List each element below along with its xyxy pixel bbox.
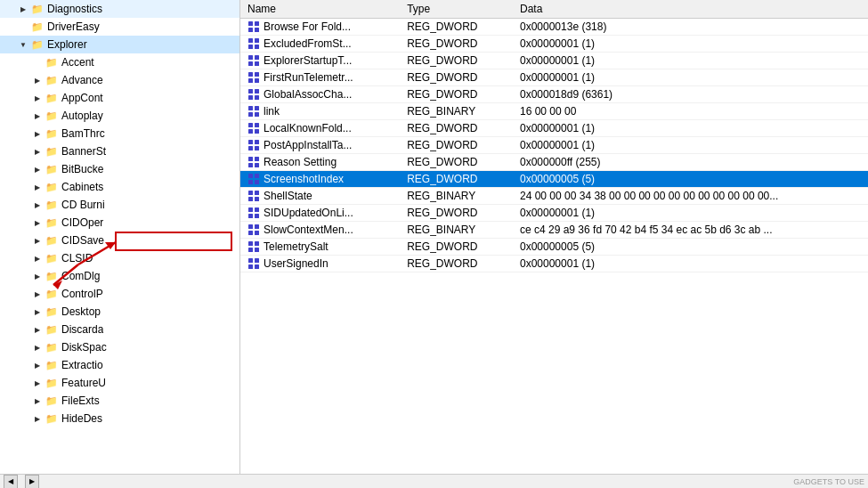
tree-item-accent[interactable]: Accent (0, 53, 239, 71)
registry-row-sidupdatedonli[interactable]: SIDUpdatedOnLi...REG_DWORD0x00000001 (1) (240, 205, 868, 222)
tree-item-discarda[interactable]: Discarda (0, 321, 239, 338)
tree-label-cabinets: Cabinets (61, 181, 103, 193)
tree-item-desktop[interactable]: Desktop (0, 303, 239, 321)
svg-rect-45 (255, 207, 259, 212)
tree-chevron-desktop[interactable] (30, 305, 45, 319)
registry-row-localknownfold[interactable]: LocalKnownFold...REG_DWORD0x00000001 (1) (240, 120, 868, 137)
svg-rect-43 (255, 197, 259, 201)
registry-row-reasonsetting[interactable]: Reason SettingREG_DWORD0x000000ff (255) (240, 154, 868, 171)
tree-label-autoplay: Autoplay (61, 110, 103, 122)
tree-item-cidsave[interactable]: CIDSave (0, 232, 239, 249)
tree-chevron-hidedes[interactable] (30, 411, 45, 426)
registry-row-explorerstartupt[interactable]: ExplorerStartupT...REG_DWORD0x00000001 (… (240, 53, 868, 69)
svg-rect-4 (248, 38, 253, 43)
reg-dword-icon (247, 20, 260, 33)
tree-label-accent: Accent (61, 56, 94, 69)
tree-chevron-cabinets[interactable] (30, 180, 45, 194)
tree-item-bitbucke[interactable]: BitBucke (0, 160, 239, 178)
tree-label-comdlg: ComDlg (61, 270, 100, 282)
tree-item-extractio[interactable]: Extractio (0, 356, 239, 374)
tree-chevron-bamthrc[interactable] (30, 126, 45, 141)
tree-item-comdlg[interactable]: ComDlg (0, 267, 239, 285)
tree-chevron-featureu[interactable] (30, 376, 45, 390)
svg-rect-26 (248, 129, 253, 134)
tree-item-controlp[interactable]: ControlP (0, 285, 239, 303)
registry-data-firstruntelemetr: 0x00000001 (1) (513, 69, 868, 86)
registry-data-explorerstartupt: 0x00000001 (1) (513, 53, 868, 69)
svg-rect-18 (248, 95, 253, 100)
tree-item-diagnostics[interactable]: Diagnostics (0, 0, 239, 18)
tree-chevron-advance[interactable] (30, 73, 45, 87)
tree-item-bamthrc[interactable]: BamThrc (0, 125, 239, 142)
registry-name-telemetrysalt: TelemetrySalt (240, 239, 400, 256)
tree-item-bannerst[interactable]: BannerSt (0, 142, 239, 160)
registry-row-excludedfromst[interactable]: ExcludedFromSt...REG_DWORD0x00000001 (1) (240, 36, 868, 53)
tree-chevron-cidsave[interactable] (30, 233, 45, 248)
scroll-left-arrow[interactable]: ◀ (4, 475, 18, 489)
svg-rect-34 (248, 163, 253, 167)
registry-row-telemetrysalt[interactable]: TelemetrySaltREG_DWORD0x00000005 (5) (240, 239, 868, 256)
reg-dword-icon (247, 257, 260, 270)
svg-rect-24 (248, 123, 253, 127)
tree-chevron-bitbucke[interactable] (30, 162, 45, 176)
tree-item-cidoper[interactable]: CIDOper (0, 214, 239, 232)
svg-rect-58 (248, 264, 253, 269)
folder-icon-diskspac (45, 340, 59, 354)
registry-row-slowcontextmen[interactable]: SlowContextMen...REG_BINARYce c4 29 a9 3… (240, 222, 868, 239)
tree-label-diskspac: DiskSpac (61, 341, 107, 354)
registry-data-excludedfromst: 0x00000001 (1) (513, 36, 868, 53)
svg-rect-37 (255, 174, 259, 178)
registry-row-firstruntelemetr[interactable]: FirstRunTelemetr...REG_DWORD0x00000001 (… (240, 69, 868, 86)
tree-item-cabinets[interactable]: Cabinets (0, 178, 239, 196)
tree-chevron-diskspac[interactable] (30, 340, 45, 354)
registry-row-usersignedin[interactable]: UserSignedInREG_DWORD0x00000001 (1) (240, 256, 868, 272)
tree-chevron-extractio[interactable] (30, 358, 45, 372)
tree-chevron-bannerst[interactable] (30, 144, 45, 159)
folder-icon-accent (45, 55, 59, 69)
scroll-right-arrow[interactable]: ▶ (25, 475, 39, 489)
data-column-header: Data (513, 0, 868, 19)
tree-item-clsid[interactable]: CLSID (0, 249, 239, 267)
registry-row-globalassoccha[interactable]: GlobalAssocCha...REG_DWORD0x000018d9 (63… (240, 86, 868, 103)
tree-chevron-diagnostics[interactable] (16, 2, 30, 16)
registry-name-screenshotindex: ScreenshotIndex (240, 171, 400, 188)
registry-name-browseforfold: Browse For Fold... (240, 19, 400, 36)
svg-rect-1 (255, 21, 259, 26)
tree-chevron-discarda[interactable] (30, 322, 45, 337)
tree-chevron-appcont[interactable] (30, 91, 45, 105)
tree-chevron-controlp[interactable] (30, 287, 45, 301)
tree-item-fileexts[interactable]: FileExts (0, 392, 239, 410)
tree-chevron-comdlg[interactable] (30, 269, 45, 283)
tree-item-featureu[interactable]: FeatureU (0, 374, 239, 392)
registry-type-localknownfold: REG_DWORD (400, 120, 513, 137)
registry-row-screenshotindex[interactable]: ScreenshotIndexREG_DWORD0x00000005 (5) (240, 171, 868, 188)
registry-tree[interactable]: Diagnostics DriverEasyExplorer AccentAdv… (0, 0, 240, 474)
tree-label-fileexts: FileExts (61, 394, 100, 407)
tree-item-diskspac[interactable]: DiskSpac (0, 338, 239, 356)
registry-data-sidupdatedonli: 0x00000001 (1) (513, 205, 868, 222)
tree-item-hidedes[interactable]: HideDes (0, 410, 239, 427)
registry-row-link[interactable]: linkREG_BINARY16 00 00 00 (240, 103, 868, 120)
svg-rect-59 (255, 264, 259, 269)
reg-dword-icon (247, 88, 260, 101)
tree-chevron-cdburni[interactable] (30, 198, 45, 212)
horizontal-scrollbar[interactable]: ◀ ▶ (4, 475, 39, 489)
registry-row-browseforfold[interactable]: Browse For Fold...REG_DWORD0x0000013e (3… (240, 19, 868, 36)
registry-row-postappinstallta[interactable]: PostAppInstallTa...REG_DWORD0x00000001 (… (240, 137, 868, 154)
tree-item-appcont[interactable]: AppCont (0, 89, 239, 107)
registry-type-shellstate: REG_BINARY (400, 188, 513, 205)
tree-item-drivereasy[interactable]: DriverEasy (0, 18, 239, 36)
tree-item-explorer[interactable]: Explorer (0, 36, 239, 53)
tree-chevron-clsid[interactable] (30, 251, 45, 265)
svg-rect-55 (255, 248, 259, 252)
tree-item-advance[interactable]: Advance (0, 71, 239, 89)
tree-item-cdburni[interactable]: CD Burni (0, 196, 239, 214)
tree-chevron-autoplay[interactable] (30, 109, 45, 123)
tree-chevron-explorer[interactable] (16, 37, 30, 52)
tree-chevron-fileexts[interactable] (30, 394, 45, 408)
reg-dword-icon (247, 173, 260, 185)
registry-row-shellstate[interactable]: ShellStateREG_BINARY24 00 00 00 34 38 00… (240, 188, 868, 205)
svg-rect-42 (248, 197, 253, 201)
tree-chevron-cidoper[interactable] (30, 216, 45, 230)
tree-item-autoplay[interactable]: Autoplay (0, 107, 239, 125)
